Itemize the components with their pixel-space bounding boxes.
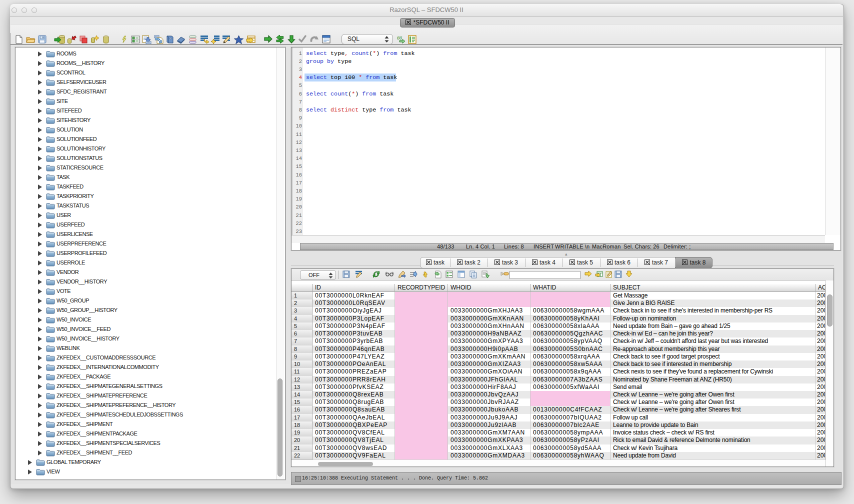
svg-text:66: 66	[397, 35, 402, 40]
